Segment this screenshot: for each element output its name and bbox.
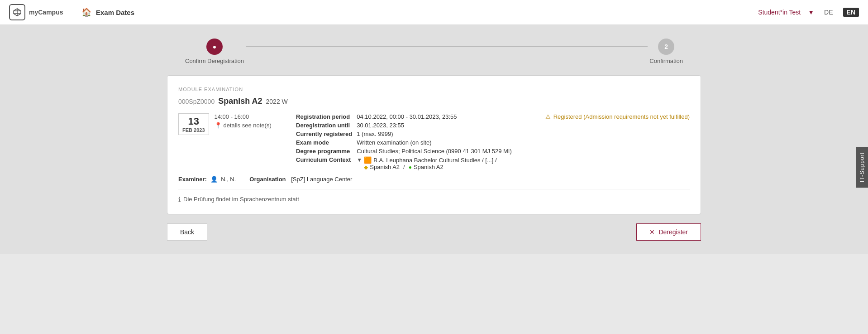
stepper: ● Confirm Deregistration 2 Confirmation <box>167 39 701 64</box>
exam-location: 📍 details see note(s) <box>215 122 272 129</box>
logo-icon <box>9 4 25 20</box>
exam-card: MODULE EXAMINATION 000SpZ0000 Spanish A2… <box>167 75 701 214</box>
note-text: Die Prüfung findet im Sprachenzentrum st… <box>183 196 299 203</box>
logo: myCampus <box>9 4 63 20</box>
back-button[interactable]: Back <box>167 223 207 241</box>
organisation-label: Organisation <box>249 176 286 183</box>
exam-mode-label: Exam mode <box>296 139 352 146</box>
header: myCampus 🏠 Exam Dates Student*in Test ▼ … <box>0 0 868 25</box>
step-1-label: Confirm Deregistration <box>185 58 244 64</box>
examiner-row: Examiner: 👤 N., N. Organisation [SpZ] La… <box>178 176 690 183</box>
step-1-circle: ● <box>206 39 223 55</box>
header-right: Student*in Test ▼ DE EN <box>758 8 859 17</box>
exam-code: 000SpZ0000 <box>178 98 215 105</box>
step-line <box>246 46 648 47</box>
header-left: myCampus <box>9 4 63 20</box>
currently-registered-value: 1 (max. 9999) <box>357 131 545 137</box>
user-dropdown-icon[interactable]: ▼ <box>808 9 814 16</box>
exam-name: Spanish A2 <box>218 97 262 106</box>
step-2-label: Confirmation <box>649 58 683 64</box>
status-badge: ⚠ Registered (Admission requirements not… <box>545 113 690 120</box>
step-2-circle: 2 <box>658 39 674 55</box>
chevron-down-icon: ▼ <box>357 157 362 163</box>
reg-period-value: 04.10.2022, 00:00 - 30.01.2023, 23:55 <box>357 113 545 120</box>
location-icon: 📍 <box>215 122 222 129</box>
date-month: FEB 2023 <box>182 127 205 133</box>
main-content: ● Confirm Deregistration 2 Confirmation … <box>0 25 868 254</box>
degree-programme-label: Degree programme <box>296 148 352 155</box>
details-grid: Registration period 04.10.2022, 00:00 - … <box>296 113 545 170</box>
examiner-icon: 👤 <box>210 176 218 183</box>
circle-icon: ● <box>409 164 412 170</box>
time-location: 14:00 - 16:00 📍 details see note(s) <box>215 113 272 129</box>
home-icon[interactable]: 🏠 <box>81 7 91 17</box>
module-label: MODULE EXAMINATION <box>178 87 690 92</box>
curriculum-tree: ▼ 🟧 B.A. Leuphana Bachelor Cultural Stud… <box>357 156 545 170</box>
exam-year: 2022 W <box>266 98 288 105</box>
degree-programme-value: Cultural Studies; Political Science (099… <box>357 148 545 155</box>
examiner-label: Examiner: <box>178 176 207 183</box>
it-support-tab[interactable]: IT-Support <box>856 146 868 187</box>
currently-registered-label: Currently registered <box>296 131 352 137</box>
exam-time: 14:00 - 16:00 <box>215 113 272 120</box>
buttons-row: Back ✕ Deregister <box>167 223 701 241</box>
date-box: 13 FEB 2023 <box>178 113 209 135</box>
status-text: Registered (Admission requirements not y… <box>553 113 690 120</box>
organisation-value: [SpZ] Language Center <box>291 176 352 183</box>
exam-title-row: 000SpZ0000 Spanish A2 2022 W <box>178 97 690 106</box>
x-icon: ✕ <box>649 228 655 236</box>
user-name[interactable]: Student*in Test <box>758 9 801 16</box>
organisation-field: Organisation [SpZ] Language Center <box>249 176 352 183</box>
diamond-icon: ◆ <box>364 164 368 170</box>
step-1: ● Confirm Deregistration <box>185 39 244 64</box>
info-icon: ℹ <box>178 196 181 203</box>
dereg-until-label: Deregistration until <box>296 122 352 129</box>
curriculum-tree-line2: ◆ Spanish A2 / ● Spanish A2 <box>357 164 545 170</box>
dereg-until-value: 30.01.2023, 23:55 <box>357 122 545 129</box>
examiner-value: N., N. <box>221 176 236 183</box>
examiner-field: Examiner: 👤 N., N. <box>178 176 236 183</box>
reg-period-label: Registration period <box>296 113 352 120</box>
nav-title: 🏠 Exam Dates <box>81 7 134 17</box>
lang-de-button[interactable]: DE <box>821 8 835 17</box>
step-2: 2 Confirmation <box>649 39 683 64</box>
content-wrapper: ● Confirm Deregistration 2 Confirmation … <box>167 39 701 241</box>
warning-icon: ⚠ <box>545 113 551 120</box>
lang-en-button[interactable]: EN <box>843 8 859 17</box>
folder-icon: 🟧 <box>364 156 372 164</box>
date-day: 13 <box>182 116 205 127</box>
logo-text: myCampus <box>29 9 63 16</box>
note-row: ℹ Die Prüfung findet im Sprachenzentrum … <box>178 189 690 203</box>
curriculum-tree-line1: ▼ 🟧 B.A. Leuphana Bachelor Cultural Stud… <box>357 156 545 164</box>
deregister-button[interactable]: ✕ Deregister <box>636 223 701 241</box>
curriculum-context-label: Curriculum Context <box>296 156 352 170</box>
exam-mode-value: Written examination (on site) <box>357 139 545 146</box>
